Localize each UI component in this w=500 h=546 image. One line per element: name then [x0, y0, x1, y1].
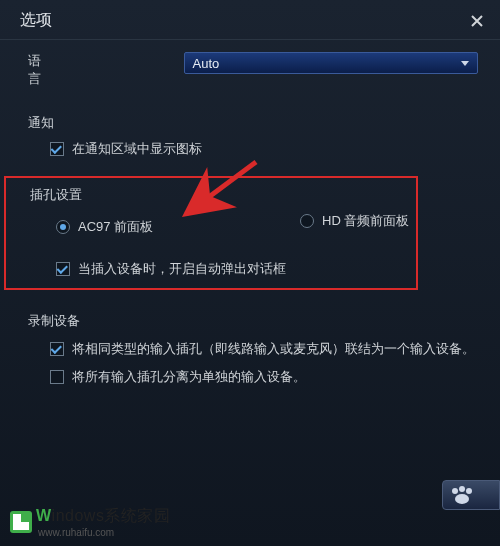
language-select[interactable]: Auto [184, 52, 479, 74]
auto-popup-label: 当插入设备时，开启自动弹出对话框 [78, 260, 286, 278]
paw-icon [449, 485, 475, 505]
svg-point-1 [452, 488, 458, 494]
show-tray-icon-checkbox[interactable] [50, 142, 64, 156]
recording-devices-label: 录制设备 [28, 312, 478, 330]
svg-point-3 [466, 488, 472, 494]
jack-settings-highlight-box: 插孔设置 AC97 前面板 当插入设备时，开启自动弹出对话框 [4, 176, 418, 290]
language-label: 语言 [28, 52, 54, 88]
show-tray-icon-label: 在通知区域中显示图标 [72, 140, 202, 158]
merge-inputs-label: 将相同类型的输入插孔（即线路输入或麦克风）联结为一个输入设备。 [72, 340, 475, 358]
merge-inputs-checkbox[interactable] [50, 342, 64, 356]
close-icon [471, 15, 483, 27]
watermark-logo-icon [10, 511, 32, 533]
dialog-title: 选项 [20, 10, 52, 31]
chevron-down-icon [461, 61, 469, 66]
hd-audio-front-panel-label: HD 音频前面板 [322, 212, 409, 230]
jack-settings-label: 插孔设置 [30, 186, 404, 204]
ac97-front-panel-radio[interactable] [56, 220, 70, 234]
watermark-brand-first: W [36, 507, 52, 524]
watermark: Windows系统家园 www.ruhaifu.com [10, 506, 170, 538]
separate-inputs-label: 将所有输入插孔分离为单独的输入设备。 [72, 368, 306, 386]
separate-inputs-checkbox[interactable] [50, 370, 64, 384]
svg-point-2 [459, 486, 465, 492]
ac97-front-panel-label: AC97 前面板 [78, 218, 153, 236]
notification-label: 通知 [28, 114, 478, 132]
hd-audio-front-panel-radio[interactable] [300, 214, 314, 228]
language-selected-value: Auto [193, 56, 220, 71]
svg-point-4 [455, 494, 469, 504]
ok-button-partial[interactable] [442, 480, 500, 510]
titlebar: 选项 [0, 0, 500, 40]
watermark-url: www.ruhaifu.com [38, 527, 170, 538]
close-button[interactable] [468, 12, 486, 30]
watermark-brand-rest: indows系统家园 [52, 507, 171, 524]
auto-popup-checkbox[interactable] [56, 262, 70, 276]
